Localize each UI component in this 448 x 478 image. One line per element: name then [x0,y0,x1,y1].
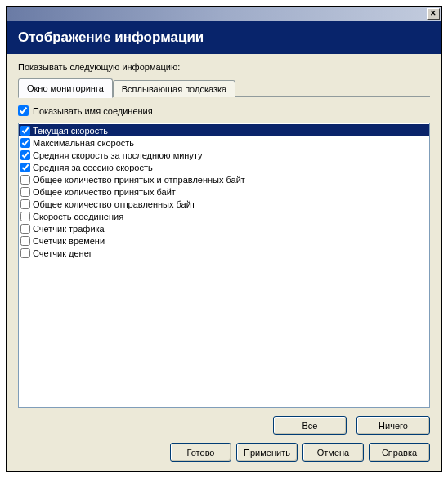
options-listbox[interactable]: Текущая скоростьМаксимальная скоростьСре… [18,123,430,408]
list-item-label: Счетчик денег [33,248,92,258]
help-button[interactable]: Справка [369,443,430,462]
list-item[interactable]: Счетчик трафика [19,222,429,235]
list-item-checkbox[interactable] [20,224,30,234]
list-item-checkbox[interactable] [20,212,30,221]
list-item-checkbox[interactable] [20,187,30,197]
dialog-title: Отображение информации [7,21,441,54]
list-item-label: Средняя скорость за последнюю минуту [33,150,203,160]
dialog-window: ✕ Отображение информации Показывать след… [6,6,442,472]
list-item-checkbox[interactable] [20,163,30,172]
select-none-button[interactable]: Ничего [356,416,430,435]
list-item[interactable]: Общее количество принятых и отправленных… [19,173,429,185]
show-connection-name-label: Показывать имя соединения [33,106,153,116]
instruction-label: Показывать следующую информацию: [18,62,430,72]
list-item-label: Текущая скорость [33,126,108,136]
list-item[interactable]: Счетчик денег [19,247,429,259]
list-item[interactable]: Средняя скорость за последнюю минуту [19,149,429,161]
list-item-label: Общее количество принятых байт [33,187,176,197]
list-item-label: Общее количество принятых и отправленных… [33,175,245,185]
apply-button[interactable]: Применить [236,443,298,462]
list-item-label: Максимальная скорость [33,138,134,148]
select-all-button[interactable]: Все [273,416,347,435]
list-item-label: Счетчик времени [33,236,105,246]
list-item[interactable]: Счетчик времени [19,235,429,247]
tab-monitor-window[interactable]: Окно мониторинга [18,78,113,98]
list-item-checkbox[interactable] [20,138,30,148]
list-item-checkbox[interactable] [20,248,30,258]
list-item-label: Счетчик трафика [33,224,105,234]
list-item[interactable]: Общее количество принятых байт [19,185,429,198]
list-item-checkbox[interactable] [20,126,30,136]
list-item[interactable]: Средняя за сессию скорость [19,161,429,173]
titlebar: ✕ [7,7,441,21]
close-icon[interactable]: ✕ [427,8,440,20]
list-item[interactable]: Текущая скорость [19,124,429,136]
list-item-checkbox[interactable] [20,150,30,160]
list-item[interactable]: Общее количество отправленных байт [19,198,429,210]
list-item[interactable]: Скорость соединения [19,210,429,222]
list-item[interactable]: Максимальная скорость [19,136,429,149]
list-item-checkbox[interactable] [20,236,30,246]
list-item-checkbox[interactable] [20,199,30,209]
list-item-label: Скорость соединения [33,212,123,221]
list-item-checkbox[interactable] [20,175,30,185]
tab-tooltip[interactable]: Всплывающая подсказка [113,80,235,97]
done-button[interactable]: Готово [170,443,231,462]
show-connection-name-checkbox[interactable] [18,105,29,116]
list-item-label: Общее количество отправленных байт [33,199,195,209]
tab-strip: Окно мониторинга Всплывающая подсказка [18,78,430,97]
list-item-label: Средняя за сессию скорость [33,163,153,172]
cancel-button[interactable]: Отмена [302,443,364,462]
